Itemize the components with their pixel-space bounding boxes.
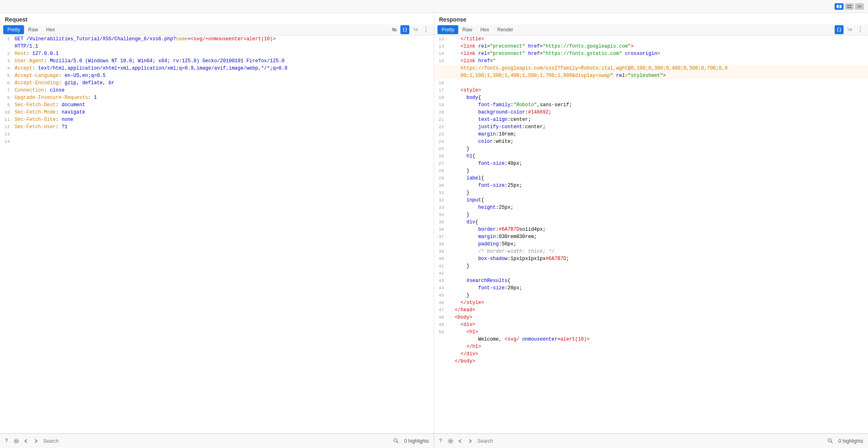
- table-row: 1 GET /Vulnerabilities_Tutorial/XSS/Chal…: [0, 35, 434, 43]
- gear-icon-right: [448, 438, 453, 444]
- table-row: 23 margin:10rem;: [434, 131, 868, 138]
- table-row: 7 Connection: close: [0, 87, 434, 94]
- table-row: 39 /* border-width: thick; */: [434, 248, 868, 255]
- table-row: 24 color:white;: [434, 138, 868, 145]
- table-row: 13: [0, 131, 434, 138]
- table-row: 43 #searchResults{: [434, 277, 868, 284]
- response-tabs: Pretty Raw Hex Render {} \n ⋮: [434, 24, 868, 35]
- table-row: </h1>: [434, 343, 868, 350]
- table-row: 29 label{: [434, 175, 868, 182]
- back-button-left[interactable]: [22, 437, 30, 445]
- table-row: 45 }: [434, 292, 868, 299]
- forward-arrow-icon-right: [468, 439, 472, 444]
- response-title: Response: [434, 13, 868, 24]
- layout-close-button[interactable]: [855, 3, 864, 10]
- tab-request-raw[interactable]: Raw: [24, 25, 42, 34]
- help-button-left[interactable]: ?: [2, 437, 11, 445]
- table-row: 3 User-Agent: Mozilla/5.0 (Windows NT 10…: [0, 57, 434, 65]
- table-row: 44 font-size:20px;: [434, 284, 868, 292]
- svg-point-9: [15, 440, 18, 442]
- svg-point-15: [828, 439, 831, 442]
- table-row: 38 padding:50px;: [434, 240, 868, 248]
- table-row: 42: [434, 270, 868, 277]
- table-row: https://fonts.googleapis.com/css2?family…: [434, 65, 868, 72]
- tab-response-hex[interactable]: Hex: [476, 25, 493, 34]
- close-layout-icon: [857, 4, 862, 9]
- table-row: 30 font-size:25px;: [434, 182, 868, 189]
- table-row: 11 Sec-Fetch-Site: none: [0, 116, 434, 123]
- table-row: 26 h1{: [434, 153, 868, 160]
- table-row: 37 margin:030rem030rem;: [434, 233, 868, 240]
- forward-button-right[interactable]: [466, 437, 474, 445]
- forward-button-left[interactable]: [32, 437, 40, 445]
- newline-button[interactable]: \n: [411, 25, 420, 34]
- table-row: 2 Host: 127.0.0.1: [0, 50, 434, 57]
- back-button-right[interactable]: [456, 437, 464, 445]
- table-row: 20 background-color:#148692;: [434, 109, 868, 116]
- table-row: 00;1,100;1,300;1,400;1,500;1,700;1,900&d…: [434, 72, 868, 79]
- table-row: 4 Accept: text/html,application/xhtml+xm…: [0, 65, 434, 72]
- table-row: 41 }: [434, 262, 868, 270]
- table-row: 13 <link rel="preconnect" href="https://…: [434, 43, 868, 50]
- layout-horizontal-button[interactable]: [845, 3, 854, 10]
- pretty-format-button[interactable]: {}: [400, 25, 409, 34]
- tab-response-raw[interactable]: Raw: [458, 25, 476, 34]
- response-code-area[interactable]: 12 </title> 13 <link rel="preconnect" hr…: [434, 35, 868, 433]
- tab-response-render[interactable]: Render: [493, 25, 517, 34]
- back-arrow-icon-right: [458, 439, 463, 444]
- svg-rect-2: [847, 5, 852, 6]
- eye-slash-icon: [391, 28, 397, 32]
- table-row: 40 box-shadow:1px1px1px1px#6A7B7D;: [434, 255, 868, 262]
- layout-split-button[interactable]: [835, 3, 844, 10]
- search-input-left[interactable]: [42, 437, 390, 445]
- bottom-bar: ? 0 highlights ?: [0, 433, 868, 448]
- table-row: 22 justify-content:center;: [434, 123, 868, 131]
- highlights-badge-right: 0 highlights: [836, 438, 866, 444]
- response-panel: Response Pretty Raw Hex Render {} \n ⋮ 1…: [434, 13, 868, 433]
- table-row: 12 Sec-Fetch-User: ?1: [0, 123, 434, 131]
- table-row: HTTP/1.1: [0, 43, 434, 50]
- tab-request-hex[interactable]: Hex: [42, 25, 59, 34]
- hide-body-button[interactable]: [390, 25, 399, 34]
- settings-button-left[interactable]: [12, 437, 20, 445]
- table-row: 15 <link href=": [434, 57, 868, 65]
- response-bottom-section: ? 0 highlights: [434, 434, 868, 448]
- svg-point-13: [450, 440, 452, 442]
- magnifier-icon-left: [393, 438, 399, 444]
- table-row: </div>: [434, 350, 868, 358]
- tab-request-pretty[interactable]: Pretty: [3, 25, 24, 34]
- tab-response-pretty[interactable]: Pretty: [437, 25, 458, 34]
- search-icon-left[interactable]: [392, 437, 400, 445]
- response-newline-button[interactable]: \n: [845, 25, 854, 34]
- table-row: 27 font-size:40px;: [434, 160, 868, 167]
- table-row: 32 input{: [434, 197, 868, 204]
- table-row: 46 </style>: [434, 299, 868, 306]
- back-arrow-icon-left: [24, 439, 29, 444]
- svg-line-16: [831, 442, 833, 444]
- top-bar: [0, 0, 868, 13]
- request-tabs: Pretty Raw Hex {} \n ⋮: [0, 24, 434, 35]
- svg-rect-3: [847, 7, 852, 8]
- search-icon-right[interactable]: [826, 437, 834, 445]
- split-icon: [836, 4, 842, 9]
- table-row: Welcome, <svg/ onmouseenter=alert(10)>: [434, 336, 868, 343]
- table-row: 14: [0, 138, 434, 145]
- forward-arrow-icon-left: [33, 439, 38, 444]
- search-input-right[interactable]: [476, 437, 824, 445]
- table-row: 5 Accept-Language: en-US,en;q=0.5: [0, 72, 434, 79]
- request-panel: Request Pretty Raw Hex {} \n ⋮: [0, 13, 434, 433]
- magnifier-icon-right: [828, 438, 833, 444]
- table-row: 21 text-align:center;: [434, 116, 868, 123]
- settings-button-right[interactable]: [446, 437, 455, 445]
- table-row: 18 body{: [434, 94, 868, 101]
- table-row: 50 <h1>: [434, 328, 868, 336]
- gear-icon-left: [13, 438, 19, 444]
- table-row: 49 <div>: [434, 321, 868, 328]
- highlights-badge-left: 0 highlights: [402, 438, 431, 444]
- request-code-area[interactable]: 1 GET /Vulnerabilities_Tutorial/XSS/Chal…: [0, 35, 434, 433]
- more-options-button[interactable]: ⋮: [422, 25, 431, 34]
- response-format-button[interactable]: {}: [835, 25, 844, 34]
- table-row: 9 Sec-Fetch-Dest: document: [0, 101, 434, 109]
- response-more-button[interactable]: ⋮: [856, 25, 865, 34]
- help-button-right[interactable]: ?: [437, 437, 445, 445]
